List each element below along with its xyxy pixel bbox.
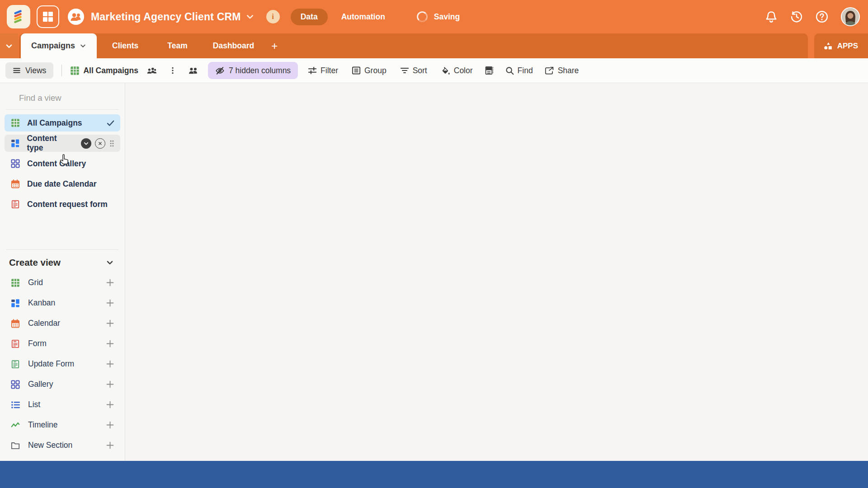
create-view-label: Gallery [28,380,53,389]
create-view-update-form[interactable]: Update Form [0,354,125,374]
view-item-due-date-calendar[interactable]: Due date Calendar [5,175,120,192]
create-view-grid[interactable]: Grid [0,272,125,293]
drag-handle-icon[interactable] [109,139,115,148]
tab-dashboard[interactable]: Dashboard [213,41,254,51]
saving-spinner-icon [417,11,428,22]
notifications-bell-icon[interactable] [765,10,778,23]
views-button[interactable]: Views [5,62,53,79]
group-icon [352,66,361,75]
plus-icon[interactable] [106,421,114,429]
share-button[interactable]: Share [545,66,579,75]
plus-icon[interactable] [106,401,114,408]
create-view-title: Create view [9,257,61,268]
workspace-collaborators-icon[interactable] [67,8,85,25]
view-item-label: All Campaigns [27,118,82,128]
tab-clients[interactable]: Clients [112,41,138,51]
view-collapse-chevron-icon[interactable] [81,138,91,149]
plus-icon[interactable] [106,441,114,449]
apps-label: APPS [837,42,858,51]
table-canvas [125,83,868,461]
tab-team[interactable]: Team [167,41,187,51]
share-label: Share [558,66,579,75]
create-view-calendar[interactable]: Calendar [0,313,125,333]
view-delete-x-icon[interactable] [95,138,105,149]
user-avatar[interactable] [841,7,860,26]
create-view-list[interactable]: List [0,394,125,415]
bottom-bar [0,461,868,488]
views-button-label: Views [25,66,46,75]
create-view-chevron-icon [106,258,114,267]
create-view-timeline[interactable]: Timeline [0,415,125,435]
find-label: Find [518,66,533,75]
apps-panel-button[interactable]: APPS [814,33,868,58]
share-collaborators-icon[interactable] [189,66,198,75]
find-view-input[interactable] [19,93,129,103]
create-view-label: New Section [28,441,72,450]
folder-icon [11,441,20,450]
create-view-label: Grid [28,278,43,287]
plus-icon[interactable] [106,360,114,368]
nav-tab-automation[interactable]: Automation [341,12,385,22]
eye-slash-icon [215,66,225,75]
view-item-content-gallery[interactable]: Content Gallery [5,155,120,172]
create-view-label: Update Form [28,359,74,369]
sort-label: Sort [413,66,427,75]
plus-icon[interactable] [106,299,114,307]
view-list: All Campaigns Content type Content Galle… [0,110,125,213]
app-grid-button[interactable] [37,5,59,28]
plus-icon[interactable] [106,319,114,327]
view-menu-kebab-icon[interactable] [169,66,177,75]
list-icon [11,400,20,409]
create-view-form[interactable]: Form [0,333,125,354]
tab-campaigns-chevron-icon [80,42,86,49]
grid-icon [70,66,80,75]
view-item-content-request-form[interactable]: Content request form [5,196,120,213]
tabbar-collapse-chevron-icon[interactable] [0,33,18,58]
create-view-gallery[interactable]: Gallery [0,374,125,394]
sort-button[interactable]: Sort [400,66,427,75]
hidden-columns-label: 7 hidden columns [229,66,291,75]
view-collaborators-icon[interactable] [146,66,157,75]
apps-shapes-icon [823,42,833,50]
share-icon [545,66,554,75]
calendar-icon [11,179,20,188]
view-item-all-campaigns[interactable]: All Campaigns [5,114,120,131]
base-title-chevron-icon[interactable] [245,12,255,21]
table-tabbar: Campaigns Clients Team Dashboard + APPS [0,33,868,58]
search-icon [505,66,514,75]
plus-icon[interactable] [106,340,114,347]
current-view-name: All Campaigns [83,66,138,75]
add-table-button[interactable]: + [271,41,278,52]
app-grid-icon [42,11,54,23]
filter-button[interactable]: Filter [308,66,338,75]
view-item-content-type[interactable]: Content type [5,135,120,152]
stackby-logo[interactable] [7,5,30,28]
view-item-label: Due date Calendar [27,179,97,189]
update-form-icon [11,360,20,369]
hidden-columns-badge[interactable]: 7 hidden columns [208,62,298,79]
plus-icon[interactable] [106,380,114,388]
timeline-icon [11,421,20,430]
help-icon[interactable] [816,10,828,23]
view-item-label: Content request form [27,200,108,209]
view-item-label: Content type [27,134,74,153]
nav-tab-data[interactable]: Data [291,9,328,25]
row-height-icon[interactable] [485,66,494,75]
kanban-icon [11,139,19,148]
tab-campaigns[interactable]: Campaigns [21,33,97,58]
create-view-new-section[interactable]: New Section [0,435,125,455]
info-icon[interactable]: i [266,10,280,23]
view-item-label: Content Gallery [27,159,86,169]
plus-icon[interactable] [106,279,114,286]
filter-label: Filter [321,66,338,75]
color-button[interactable]: Color [441,66,473,75]
create-view-kanban[interactable]: Kanban [0,293,125,313]
create-view-header[interactable]: Create view [0,250,125,272]
current-view-selector[interactable]: All Campaigns [70,66,138,75]
group-button[interactable]: Group [352,66,387,75]
history-icon[interactable] [790,10,803,23]
stackby-app: Marketing Agency Client CRM i Data Autom… [0,0,868,488]
toolbar-divider [61,65,62,76]
find-button[interactable]: Find [505,66,533,75]
view-toolbar: Views All Campaigns 7 hidden columns Fil… [0,58,868,83]
